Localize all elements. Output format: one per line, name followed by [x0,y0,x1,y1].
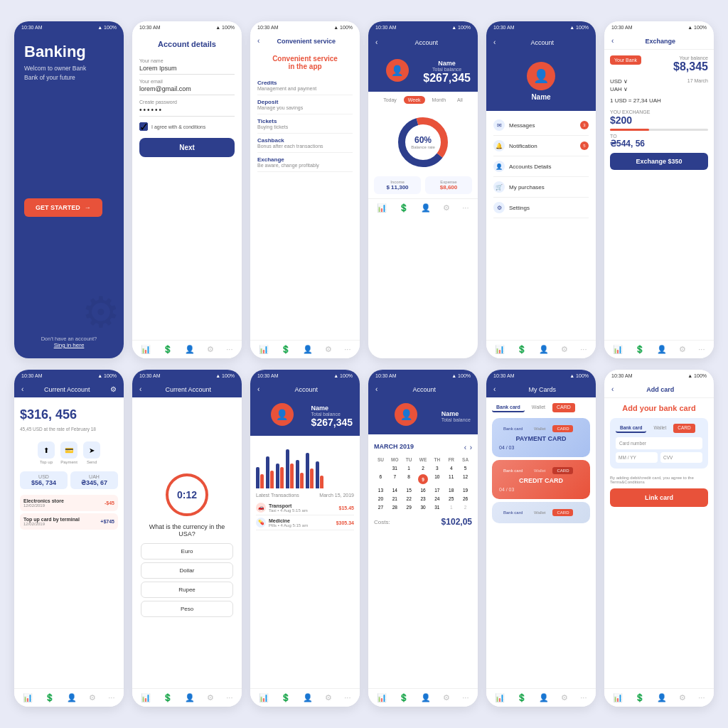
nav-gear-7[interactable]: ⚙ [89,693,96,702]
nav-chart-11[interactable]: 📊 [495,693,505,702]
tab-today[interactable]: Today [379,96,401,104]
tab-all[interactable]: All [453,96,467,104]
card-number-field[interactable]: Card number [616,437,702,449]
form-bank-tab[interactable]: Bank card [616,424,646,433]
nav-chart-10[interactable]: 📊 [377,693,387,702]
slider-bar[interactable] [610,129,708,131]
tab-week[interactable]: Week [404,96,425,104]
nav-chart-4[interactable]: 📊 [377,203,387,213]
exchange-button[interactable]: Exchange $350 [610,153,708,170]
quiz-dollar[interactable]: Dollar [141,562,233,579]
tab-month[interactable]: Month [428,96,450,104]
service-deposit[interactable]: Deposit Manage you savings [257,95,353,114]
action-topup[interactable]: ⬆ Top up [38,441,55,464]
nav-gear-8[interactable]: ⚙ [207,693,214,702]
nav-chart-7[interactable]: 📊 [23,693,33,702]
nav-user-10[interactable]: 👤 [421,693,431,702]
nav-gear-9[interactable]: ⚙ [325,693,332,702]
nav-user[interactable]: 👤 [185,345,195,354]
nav-user-5[interactable]: 👤 [539,345,549,354]
nav-more-5[interactable]: ··· [580,345,587,354]
service-tickets[interactable]: Tickets Buying tickets [257,114,353,134]
nav-more-7[interactable]: ··· [108,693,114,702]
menu-messages[interactable]: ✉ Messages 3 [493,115,589,136]
nav-chart-8[interactable]: 📊 [141,693,151,702]
nav-user-9[interactable]: 👤 [303,693,313,702]
nav-chart-12[interactable]: 📊 [613,693,623,702]
menu-notification[interactable]: 🔔 Notification 5 [493,136,589,156]
back-btn-4[interactable]: ‹ [375,38,378,46]
nav-user-7[interactable]: 👤 [67,693,77,702]
service-cashback[interactable]: Cashback Bonus after each transactions [257,134,353,153]
quiz-euro[interactable]: Euro [141,543,233,560]
nav-more-11[interactable]: ··· [580,693,587,702]
nav-more-10[interactable]: ··· [462,693,469,702]
quiz-rupee[interactable]: Rupee [141,582,233,598]
menu-purchases[interactable]: 🛒 My purchases [493,177,589,198]
nav-gear-3[interactable]: ⚙ [325,345,332,354]
nav-money-4[interactable]: 💲 [399,203,409,213]
nav-gear-5[interactable]: ⚙ [561,345,568,354]
nav-chart-3[interactable]: 📊 [259,345,269,354]
trans-topup[interactable]: Top up card by terminal 12/02/2019 +$745 [20,513,118,530]
nav-more-6[interactable]: ··· [698,345,705,354]
nav-user-11[interactable]: 👤 [539,693,549,702]
get-started-button[interactable]: GET STARTED → [24,198,102,217]
next-button[interactable]: Next [139,138,235,157]
nav-money-9[interactable]: 💲 [281,693,291,702]
signin-link[interactable]: Sing in here [24,342,114,348]
nav-more-8[interactable]: ··· [226,693,232,702]
link-card-button[interactable]: Link card [610,488,708,507]
nav-user-6[interactable]: 👤 [657,345,667,354]
tab-wallet[interactable]: Wallet [528,403,550,412]
tab-bank-card[interactable]: Bank card [492,403,525,412]
nav-chart-6[interactable]: 📊 [613,345,623,354]
your-bank-btn[interactable]: Your Bank [610,55,641,65]
tx-transport[interactable]: 🚗 Transport Taxi • 4 Aug 5:15 am $15.45 [256,500,354,515]
nav-money-5[interactable]: 💲 [517,345,527,354]
form-wallet-tab[interactable]: Wallet [649,424,670,433]
gear-icon-7[interactable]: ⚙ [110,385,117,393]
nav-money-10[interactable]: 💲 [399,693,409,702]
quiz-peso[interactable]: Peso [141,601,233,617]
nav-user-8[interactable]: 👤 [185,693,195,702]
action-send[interactable]: ➤ Send [83,441,100,464]
nav-gear-11[interactable]: ⚙ [561,693,568,702]
cal-prev[interactable]: ‹ [464,444,466,451]
service-exchange[interactable]: Exchange Be aware, change profitably [257,153,353,172]
mm-yy-field[interactable]: MM / YY [616,452,658,463]
nav-more[interactable]: ··· [226,345,232,354]
agree-checkbox[interactable]: ✓ [139,122,148,131]
nav-chart[interactable]: 📊 [141,345,151,354]
nav-money[interactable]: 💲 [163,345,173,354]
action-payment[interactable]: 💳 Payment [60,441,77,464]
tx-medicine[interactable]: 💊 Medicine Pills • 4 Aug 5:15 am $305.34 [256,515,354,530]
nav-money-3[interactable]: 💲 [281,345,291,354]
nav-money-8[interactable]: 💲 [163,693,173,702]
trans-electronics[interactable]: Electronics store 12/02/2019 -$45 [20,495,118,511]
password-field[interactable]: •••••• [139,106,235,117]
form-card-tab[interactable]: CARD [673,424,695,433]
nav-more-4[interactable]: ··· [462,203,469,213]
menu-accounts-details[interactable]: 👤 Accounts Details [493,156,589,177]
menu-settings[interactable]: ⚙ Settings [493,198,589,218]
cal-next[interactable]: › [470,444,472,451]
nav-more-3[interactable]: ··· [344,345,350,354]
service-credits[interactable]: Credits Management and payment [257,76,353,95]
nav-more-12[interactable]: ··· [698,693,705,702]
nav-user-3[interactable]: 👤 [303,345,313,354]
cvv-field[interactable]: CVV [660,452,702,463]
nav-chart-9[interactable]: 📊 [259,693,269,702]
nav-user-4[interactable]: 👤 [421,203,431,213]
nav-chart-5[interactable]: 📊 [495,345,505,354]
tab-card[interactable]: CARD [552,403,575,412]
nav-more-9[interactable]: ··· [344,693,350,702]
nav-gear-4[interactable]: ⚙ [443,203,450,213]
nav-money-7[interactable]: 💲 [45,693,55,702]
nav-money-12[interactable]: 💲 [635,693,645,702]
nav-gear-6[interactable]: ⚙ [679,345,686,354]
nav-gear-12[interactable]: ⚙ [679,693,686,702]
nav-gear-10[interactable]: ⚙ [443,693,450,702]
nav-gear[interactable]: ⚙ [207,345,214,354]
nav-user-12[interactable]: 👤 [657,693,667,702]
